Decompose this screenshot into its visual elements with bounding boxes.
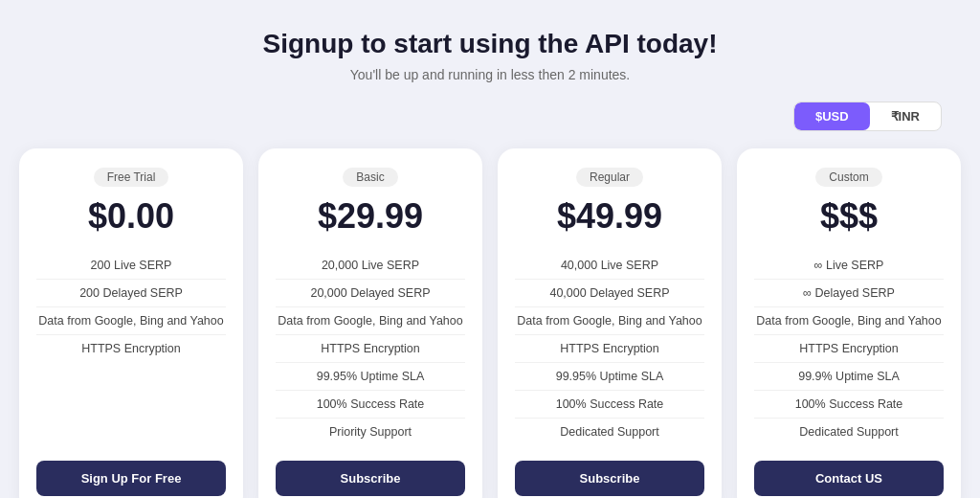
plan-card-1: Basic$29.9920,000 Live SERP20,000 Delaye…	[258, 148, 482, 498]
feature-item: 20,000 Delayed SERP	[276, 280, 465, 307]
feature-item: HTTPS Encryption	[36, 335, 226, 362]
feature-item: 99.95% Uptime SLA	[515, 363, 704, 391]
feature-list: 40,000 Live SERP40,000 Delayed SERPData …	[515, 252, 704, 445]
feature-list: 200 Live SERP200 Delayed SERPData from G…	[36, 252, 226, 362]
feature-item: HTTPS Encryption	[276, 335, 465, 363]
page-title: Signup to start using the API today!	[263, 29, 718, 59]
feature-item: 40,000 Live SERP	[515, 252, 704, 280]
feature-item: 20,000 Live SERP	[276, 252, 465, 280]
plan-button-2[interactable]: Subscribe	[515, 461, 704, 496]
plan-badge: Basic	[343, 168, 397, 187]
feature-item: Data from Google, Bing and Yahoo	[754, 307, 944, 335]
feature-item: 100% Success Rate	[754, 391, 944, 419]
feature-item: 100% Success Rate	[276, 391, 465, 419]
inr-button[interactable]: ₹INR	[870, 102, 941, 130]
feature-item: Dedicated Support	[754, 419, 944, 445]
feature-item: 40,000 Delayed SERP	[515, 280, 704, 307]
feature-item: Priority Support	[276, 419, 465, 445]
feature-item: ∞ Delayed SERP	[754, 280, 944, 307]
feature-item: 100% Success Rate	[515, 391, 704, 419]
plan-price: $29.99	[318, 196, 423, 237]
plan-button-0[interactable]: Sign Up For Free	[36, 461, 226, 496]
currency-toggle: $USD ₹INR	[793, 102, 942, 131]
plan-card-0: Free Trial$0.00200 Live SERP200 Delayed …	[19, 148, 243, 498]
feature-item: ∞ Live SERP	[754, 252, 944, 280]
plan-badge: Custom	[815, 168, 881, 187]
feature-item: HTTPS Encryption	[515, 335, 704, 363]
feature-item: Data from Google, Bing and Yahoo	[36, 307, 226, 335]
usd-button[interactable]: $USD	[794, 102, 870, 130]
plan-button-1[interactable]: Subscribe	[276, 461, 465, 496]
feature-list: ∞ Live SERP∞ Delayed SERPData from Googl…	[754, 252, 944, 445]
pricing-cards: Free Trial$0.00200 Live SERP200 Delayed …	[19, 148, 961, 498]
plan-badge: Free Trial	[94, 168, 169, 187]
feature-item: 200 Live SERP	[36, 252, 226, 280]
feature-item: Dedicated Support	[515, 419, 704, 445]
plan-card-2: Regular$49.9940,000 Live SERP40,000 Dela…	[498, 148, 722, 498]
plan-badge: Regular	[576, 168, 643, 187]
feature-item: 99.95% Uptime SLA	[276, 363, 465, 391]
plan-price: $49.99	[557, 196, 662, 237]
feature-item: HTTPS Encryption	[754, 335, 944, 363]
feature-item: Data from Google, Bing and Yahoo	[515, 307, 704, 335]
feature-item: Data from Google, Bing and Yahoo	[276, 307, 465, 335]
page-subtitle: You'll be up and running in less then 2 …	[263, 67, 718, 82]
plan-price: $0.00	[88, 196, 174, 237]
plan-button-3[interactable]: Contact US	[754, 461, 944, 496]
plan-price: $$$	[820, 196, 878, 237]
feature-list: 20,000 Live SERP20,000 Delayed SERPData …	[276, 252, 465, 445]
feature-item: 200 Delayed SERP	[36, 280, 226, 307]
plan-card-3: Custom$$$∞ Live SERP∞ Delayed SERPData f…	[737, 148, 961, 498]
feature-item: 99.9% Uptime SLA	[754, 363, 944, 391]
